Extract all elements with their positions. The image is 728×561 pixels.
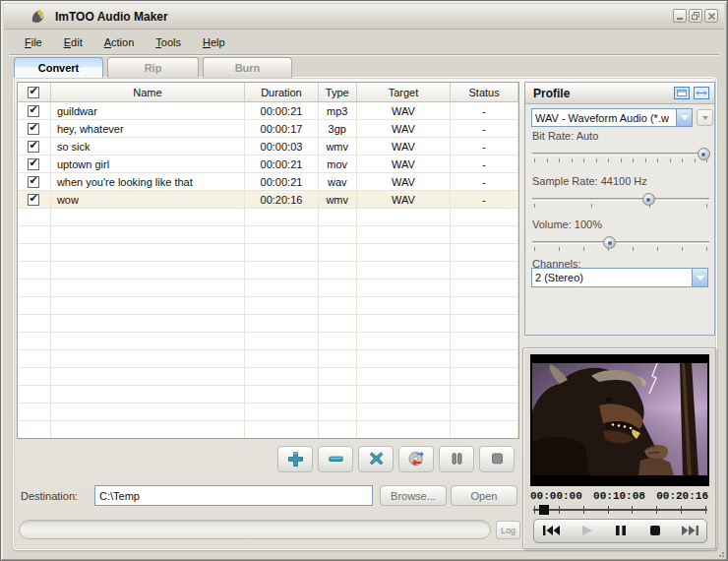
cell-target: WAV — [357, 102, 452, 120]
stop-button[interactable] — [479, 446, 515, 472]
empty-cell — [319, 297, 357, 315]
menu-item-tools[interactable]: Tools — [146, 33, 191, 51]
tab-convert[interactable]: Convert — [14, 57, 103, 78]
clear-button[interactable] — [358, 446, 394, 472]
column-header-duration[interactable]: Duration — [245, 83, 319, 101]
open-button[interactable]: Open — [451, 485, 517, 506]
resize-grip[interactable] — [716, 549, 724, 557]
cell-check — [18, 102, 51, 120]
slider-thumb[interactable] — [698, 148, 710, 160]
slider-volume[interactable] — [532, 236, 709, 252]
seek-thumb[interactable] — [539, 505, 549, 515]
chevron-down-icon[interactable] — [692, 269, 707, 286]
row-checkbox[interactable] — [28, 158, 39, 170]
empty-row — [18, 350, 518, 368]
empty-cell — [18, 209, 51, 226]
column-header-check[interactable] — [18, 83, 51, 101]
empty-cell — [357, 209, 452, 226]
menu-item-help[interactable]: Help — [193, 33, 235, 51]
column-header-target[interactable]: Target — [357, 83, 452, 101]
video-frame-image — [530, 354, 709, 486]
convert-button[interactable] — [398, 446, 434, 472]
slider-thumb[interactable] — [642, 193, 655, 206]
table-row[interactable]: guildwar00:00:21mp3WAV- — [18, 102, 518, 120]
format-select[interactable]: WAV - Waveform Audio (*.w — [531, 108, 693, 127]
pause-button[interactable] — [607, 523, 635, 540]
empty-cell — [319, 368, 357, 386]
cell-target: WAV — [357, 156, 452, 173]
empty-cell — [51, 333, 245, 350]
empty-cell — [245, 421, 319, 439]
column-header-type[interactable]: Type — [319, 83, 357, 101]
pause-button[interactable] — [439, 446, 474, 472]
channels-select[interactable]: 2 (Stereo) — [531, 268, 708, 287]
menu-item-file[interactable]: File — [15, 33, 52, 51]
empty-cell — [245, 404, 319, 421]
table-row[interactable]: wow00:20:16wmvWAV- — [18, 191, 518, 209]
slider-samplerate[interactable] — [532, 193, 709, 209]
cell-type: 3gp — [319, 120, 357, 138]
log-button[interactable]: Log — [496, 521, 520, 539]
row-checkbox[interactable] — [28, 176, 39, 188]
tab-rip[interactable]: Rip — [107, 57, 199, 78]
panel-expand-icon[interactable] — [694, 87, 709, 101]
empty-cell — [245, 297, 319, 315]
destination-input[interactable] — [94, 485, 373, 506]
cell-duration: 00:00:21 — [245, 156, 319, 173]
skip-back-button[interactable] — [538, 523, 566, 540]
stop-icon — [644, 524, 666, 539]
row-checkbox[interactable] — [28, 123, 39, 135]
empty-cell — [51, 404, 245, 421]
cell-status: - — [451, 156, 518, 173]
cell-name: wow — [51, 191, 245, 209]
convert-icon — [407, 450, 426, 469]
table-row[interactable]: uptown girl00:00:21movWAV- — [18, 156, 518, 173]
add-button[interactable] — [277, 446, 313, 472]
menu-item-action[interactable]: Action — [94, 33, 145, 51]
row-checkbox[interactable] — [28, 194, 39, 206]
table-row[interactable]: hey, whatever00:00:173gpWAV- — [18, 120, 518, 138]
empty-cell — [357, 333, 452, 350]
seek-ticks — [534, 506, 706, 514]
browse-button[interactable]: Browse... — [380, 485, 447, 506]
slider-track[interactable] — [532, 198, 709, 201]
time-elapsed: 00:00:00 — [530, 490, 582, 502]
empty-cell — [18, 244, 51, 262]
skip-forward-button[interactable] — [676, 523, 703, 540]
restore-button[interactable] — [689, 9, 702, 23]
empty-cell — [18, 350, 51, 368]
stop-button[interactable] — [641, 523, 669, 540]
select-all-checkbox[interactable] — [28, 87, 39, 98]
pause-icon — [448, 450, 466, 469]
format-options-button[interactable] — [697, 109, 713, 126]
row-checkbox[interactable] — [28, 105, 39, 117]
chevron-down-icon[interactable] — [676, 109, 692, 126]
row-checkbox[interactable] — [28, 141, 39, 153]
column-header-status[interactable]: Status — [451, 83, 518, 101]
slider-bitrate[interactable] — [532, 148, 709, 163]
seek-bar[interactable] — [533, 504, 707, 520]
empty-cell — [245, 244, 319, 262]
time-display: 00:00:00 00:10:08 00:20:16 — [530, 490, 708, 502]
cell-duration: 00:00:21 — [245, 102, 319, 120]
slider-track[interactable] — [532, 153, 709, 156]
empty-cell — [18, 404, 51, 421]
table-row[interactable]: when you're looking like that00:00:21wav… — [18, 173, 518, 191]
format-select-value: WAV - Waveform Audio (*.w — [532, 112, 676, 124]
remove-button[interactable] — [318, 446, 353, 472]
table-row[interactable]: so sick00:00:03wmvWAV- — [18, 138, 518, 156]
slider-track[interactable] — [532, 241, 709, 244]
minimize-button[interactable] — [673, 9, 687, 23]
panel-normal-icon[interactable] — [674, 87, 690, 101]
cell-duration: 00:00:03 — [245, 138, 319, 156]
empty-cell — [18, 226, 51, 244]
play-button[interactable] — [573, 523, 600, 540]
empty-cell — [18, 368, 51, 386]
tab-burn[interactable]: Burn — [203, 57, 292, 78]
clear-icon — [367, 450, 386, 469]
menu-item-edit[interactable]: Edit — [54, 33, 92, 51]
close-button[interactable] — [704, 9, 718, 23]
empty-cell — [357, 368, 452, 386]
empty-cell — [357, 226, 452, 244]
column-header-name[interactable]: Name — [51, 83, 245, 101]
